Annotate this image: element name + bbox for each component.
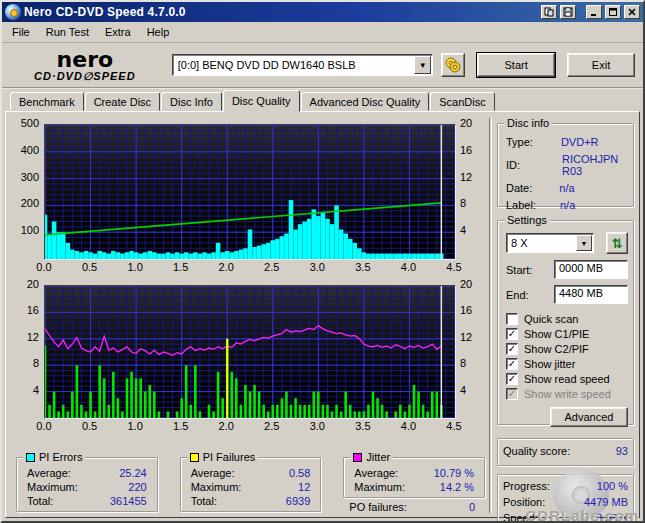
checkbox-quick-scan-box[interactable]	[506, 313, 518, 325]
disc-quality-page: 100200300400500481216200.00.51.01.52.02.…	[5, 111, 640, 518]
pi-errors-total-value: 361455	[110, 495, 147, 507]
maximize-button[interactable]	[605, 5, 621, 19]
checkbox-show-c2-pif: ✓Show C2/PIF	[501, 341, 630, 356]
disc-id-label: ID:	[506, 159, 520, 171]
checkbox-show-write-speed-box: ✓	[506, 388, 518, 400]
tab-disc-quality[interactable]: Disc Quality	[223, 90, 300, 112]
quality-score-value: 93	[616, 445, 628, 457]
quality-chart-bottom-yleft-label: 16	[10, 304, 39, 316]
jitter-maximum-value: 14.2 %	[440, 481, 474, 493]
pi-failures-maximum-value: 12	[298, 481, 310, 493]
quality-chart-bottom-yleft-label: 12	[10, 331, 39, 343]
quality-chart-bottom-yright-label: 8	[460, 357, 466, 369]
drive-select-arrow[interactable]: ▼	[414, 56, 431, 74]
drive-select[interactable]: [0:0] BENQ DVD DD DW1640 BSLB ▼	[172, 54, 434, 76]
exit-button[interactable]: Exit	[567, 53, 635, 77]
quality-chart-top-yright-label: 16	[460, 144, 472, 156]
quality-chart-top-x-label: 2.5	[258, 261, 286, 273]
quality-chart-top-yleft-label: 200	[10, 197, 39, 209]
checkbox-show-c1-pie-box[interactable]: ✓	[506, 328, 518, 340]
pi-failures-maximum-label: Maximum:	[191, 481, 242, 493]
quality-chart-bottom-yright-label: 16	[460, 304, 472, 316]
menu-help[interactable]: Help	[139, 24, 178, 40]
pi-failures-total-value: 6939	[286, 495, 310, 507]
checkbox-show-jitter: ✓Show jitter	[501, 356, 630, 371]
quality-chart-bottom-yleft-label: 20	[10, 278, 39, 290]
pi-failures-average-value: 0.58	[289, 467, 310, 479]
quality-chart-top-yleft-label: 100	[10, 224, 39, 236]
tab-strip: BenchmarkCreate DiscDisc InfoDisc Qualit…	[2, 89, 643, 111]
app-icon	[5, 4, 21, 20]
quality-chart-top-yright-label: 4	[460, 224, 466, 236]
tab-scandisc[interactable]: ScanDisc	[430, 92, 494, 111]
jitter-maximum-label: Maximum:	[354, 481, 405, 493]
quality-chart-bottom: 48121620481216200.00.51.01.52.02.53.03.5…	[10, 277, 486, 435]
disc-date-value: n/a	[559, 182, 574, 194]
menu-file[interactable]: File	[4, 24, 38, 40]
jitter-swatch	[353, 453, 362, 462]
pi-failures-summary: PI Failures Average:0.58 Maximum:12 Tota…	[180, 451, 322, 513]
pi-failures-average-label: Average:	[191, 467, 235, 479]
close-icon	[628, 8, 636, 16]
start-button[interactable]: Start	[477, 53, 555, 77]
advanced-button[interactable]: Advanced	[550, 407, 628, 427]
quality-chart-bottom-x-label: 1.5	[167, 420, 195, 432]
quality-chart-top-plot	[44, 124, 456, 260]
window-title: Nero CD-DVD Speed 4.7.0.0	[24, 5, 538, 19]
save-results-button[interactable]	[560, 5, 576, 19]
end-position-field[interactable]: 4480 MB	[554, 285, 628, 304]
cd-dvd-speed-logo-text: CD·DVD∅SPEED	[10, 71, 160, 82]
tab-benchmark[interactable]: Benchmark	[10, 92, 84, 111]
checkbox-show-c1-pie: ✓Show C1/PIE	[501, 326, 630, 341]
tab-disc-info[interactable]: Disc Info	[161, 92, 222, 111]
tab-create-disc[interactable]: Create Disc	[85, 92, 160, 111]
quality-chart-bottom-yleft-label: 8	[10, 357, 39, 369]
checkbox-quick-scan: Quick scan	[501, 311, 630, 326]
vertical-divider	[489, 118, 492, 513]
toolbar: nero CD·DVD∅SPEED [0:0] BENQ DVD DD DW16…	[2, 43, 643, 89]
scan-speed-select[interactable]: 8 X ▼	[506, 233, 594, 253]
checkbox-show-read-speed-box[interactable]: ✓	[506, 373, 518, 385]
quality-chart-top-x-label: 2.0	[212, 261, 240, 273]
checkbox-show-c2-pif-label: Show C2/PIF	[524, 343, 589, 355]
save-icon	[563, 7, 573, 17]
scan-speed-arrow[interactable]: ▼	[576, 235, 592, 251]
minimize-button[interactable]	[586, 5, 602, 19]
disc-type-value: DVD+R	[561, 136, 599, 148]
nero-logo: nero CD·DVD∅SPEED	[10, 49, 160, 82]
app-window: Nero CD-DVD Speed 4.7.0.0 FileRun TestEx…	[0, 0, 645, 523]
checkbox-show-read-speed-label: Show read speed	[524, 373, 610, 385]
menu-extra[interactable]: Extra	[97, 24, 139, 40]
refresh-button[interactable]: ⇅	[606, 232, 628, 254]
minimize-icon	[590, 8, 598, 16]
close-button[interactable]	[624, 5, 640, 19]
po-failures-label: PO failures:	[349, 501, 406, 513]
checkbox-show-c2-pif-box[interactable]: ✓	[506, 343, 518, 355]
checkbox-show-jitter-box[interactable]: ✓	[506, 358, 518, 370]
end-position-label: End:	[506, 289, 554, 301]
quality-chart-bottom-x-label: 0.0	[30, 420, 58, 432]
charts-column: 100200300400500481216200.00.51.01.52.02.…	[10, 116, 489, 515]
jitter-title: Jitter	[366, 451, 390, 463]
disc-info-box: Disc info Type:DVD+R ID:RICOHJPN R03 Dat…	[497, 123, 634, 207]
quality-chart-bottom-x-label: 3.5	[349, 420, 377, 432]
quality-score-label: Quality score:	[503, 445, 570, 457]
pi-errors-maximum-value: 220	[128, 481, 146, 493]
menu-bar: FileRun TestExtraHelp	[2, 22, 643, 43]
quality-chart-top-yright-label: 8	[460, 197, 466, 209]
settings-title: Settings	[504, 214, 550, 226]
checkbox-quick-scan-label: Quick scan	[524, 313, 578, 325]
quality-chart-bottom-x-label: 1.0	[121, 420, 149, 432]
copy-results-button[interactable]	[541, 5, 557, 19]
tab-advanced-disc-quality[interactable]: Advanced Disc Quality	[301, 92, 430, 111]
menu-run-test[interactable]: Run Test	[38, 24, 97, 40]
disc-tray-button[interactable]	[441, 53, 465, 77]
checkbox-show-write-speed: ✓Show write speed	[501, 386, 630, 401]
quality-chart-bottom-plot	[44, 285, 456, 419]
quality-chart-bottom-x-label: 0.5	[76, 420, 104, 432]
quality-chart-bottom-x-label: 2.0	[212, 420, 240, 432]
quality-chart-bottom-yright-label: 12	[460, 331, 472, 343]
pi-errors-swatch	[26, 453, 35, 462]
start-position-field[interactable]: 0000 MB	[554, 260, 628, 279]
progress-label: Progress:	[503, 480, 550, 492]
